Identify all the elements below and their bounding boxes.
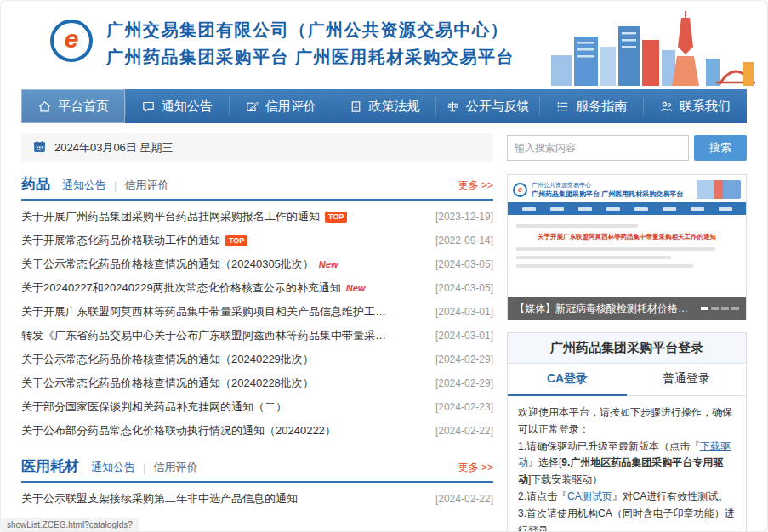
notice-link[interactable]: 关于公示联盟支架接续采购第二年非中选产品信息的通知 bbox=[21, 491, 298, 507]
carousel-slide-site-preview: e 广州公共资源交易中心 广州药品集团采购平台 广州医用耗材采购交易平台 关于开… bbox=[508, 175, 746, 268]
preview-logo-icon: e bbox=[513, 183, 527, 197]
carousel-dot[interactable] bbox=[721, 307, 729, 310]
tab-separator: | bbox=[143, 461, 145, 474]
preview-org: 广州公共资源交易中心 bbox=[532, 181, 683, 190]
search-input[interactable] bbox=[507, 135, 689, 161]
carousel-dot[interactable] bbox=[711, 307, 719, 310]
preview-placeholder-line bbox=[516, 264, 693, 268]
notice-row: 关于开展广州药品集团采购平台药品挂网采购报名工作的通知 TOP [2023-12… bbox=[21, 205, 493, 229]
notice-date: [2024-02-22] bbox=[427, 493, 493, 505]
login-panel: 广州药品集团采购平台登录 CA登录 普通登录 欢迎使用本平台，请按如下步骤进行操… bbox=[507, 332, 747, 532]
notice-date: [2024-03-05] bbox=[427, 258, 493, 270]
notice-link[interactable]: 关于开展广州药品集团采购平台药品挂网采购报名工作的通知 bbox=[21, 209, 320, 224]
notice-date: [2024-02-22] bbox=[427, 425, 493, 437]
nav-item-notices[interactable]: 通知公告 bbox=[125, 89, 229, 123]
notice-row: 转发《广东省药品交易中心关于公布广东联盟阿兹西林等药品集中带量采购相关中选结果的… bbox=[21, 324, 493, 348]
date-text: 2024年03月06日 星期三 bbox=[54, 140, 173, 156]
site-logo-icon: e bbox=[50, 20, 93, 62]
notice-row: 关于公布部分药品常态化价格联动执行情况的通知（20240222） [2024-0… bbox=[21, 419, 493, 443]
tab-drug-credit[interactable]: 信用评价 bbox=[124, 178, 168, 193]
notice-date: [2024-02-23] bbox=[427, 401, 493, 413]
step-text: ]下载安装驱动） bbox=[528, 473, 602, 485]
nav-item-label: 平台首页 bbox=[58, 99, 109, 115]
ca-test-page-link[interactable]: CA测试页 bbox=[567, 490, 612, 502]
tab-drug-notices[interactable]: 通知公告 bbox=[62, 178, 106, 193]
step-text: 2.请点击『 bbox=[518, 490, 567, 502]
nav-item-policies[interactable]: 政策法规 bbox=[333, 89, 436, 123]
search-button[interactable]: 搜索 bbox=[694, 135, 747, 161]
carousel-caption-bar: 【媒体】新冠病毒核酸检测耗材价格下调了！ bbox=[508, 297, 746, 320]
city-skyline-illustration bbox=[551, 9, 755, 89]
preview-placeholder-line bbox=[516, 256, 671, 259]
step-text: 』选择[ bbox=[528, 456, 561, 468]
notice-row: 关于开展常态化药品价格联动工作的通知 TOP [2022-09-14] bbox=[21, 229, 493, 252]
nav-item-credit[interactable]: 信用评价 bbox=[229, 89, 333, 123]
notice-date: [2024-03-01] bbox=[427, 330, 493, 342]
notice-row: 关于公示常态化药品价格核查情况的通知（20240229批次） [2024-02-… bbox=[21, 348, 493, 371]
preview-placeholder-line bbox=[516, 247, 715, 251]
consumables-section: 医用耗材 通知公告 | 信用评价 更多 >> 关于公示联盟支架接续采购第二年非中… bbox=[21, 456, 493, 511]
drug-notice-list: 关于开展广州药品集团采购平台药品挂网采购报名工作的通知 TOP [2023-12… bbox=[21, 201, 493, 443]
consumables-section-header: 医用耗材 通知公告 | 信用评价 更多 >> bbox=[21, 456, 493, 483]
left-column: 药品 通知公告 | 信用评价 更多 >> 关于开展广州药品集团采购平台药品挂网采… bbox=[21, 174, 493, 532]
login-panel-title: 广州药品集团采购平台登录 bbox=[508, 333, 746, 364]
drug-sub-tabs: 通知公告 | 信用评价 bbox=[62, 178, 168, 194]
nav-item-feedback[interactable]: 公开与反馈 bbox=[435, 89, 539, 123]
tab-normal-login[interactable]: 普通登录 bbox=[627, 364, 746, 395]
notice-row: 关于20240227和20240229两批次常态化价格核查公示的补充通知 New… bbox=[21, 276, 493, 300]
notice-date: [2023-12-19] bbox=[427, 211, 493, 223]
tab-consumables-credit[interactable]: 信用评价 bbox=[153, 460, 197, 475]
carousel-dot[interactable] bbox=[731, 307, 739, 310]
notice-link[interactable]: 关于公示常态化药品价格核查情况的通知（20240229批次） bbox=[21, 352, 314, 367]
notice-date: [2024-02-29] bbox=[427, 377, 493, 389]
preview-headline: 关于开展广东联盟阿莫西林等药品集中带量采购相关工作的通知 bbox=[528, 233, 725, 242]
nav-item-contact[interactable]: 联系我们 bbox=[643, 89, 747, 123]
notice-badge: New bbox=[346, 283, 366, 293]
site-header: e 广州交易集团有限公司（广州公共资源交易中心） 广州药品集团采购平台 广州医用… bbox=[1, 1, 767, 89]
tab-ca-login[interactable]: CA登录 bbox=[508, 364, 627, 396]
step-text: 』对CA进行有效性测试。 bbox=[612, 490, 729, 502]
notice-link[interactable]: 关于公示常态化药品价格核查情况的通知（20240305批次） bbox=[21, 257, 314, 272]
notice-badge: New bbox=[319, 259, 338, 269]
nav-item-label: 通知公告 bbox=[162, 99, 213, 115]
preview-body: 关于开展广东联盟阿莫西林等药品集中带量采购相关工作的通知 bbox=[508, 215, 746, 268]
notice-row: 关于部分国家医保谈判相关药品补充挂网的通知（二） [2024-02-23] bbox=[21, 395, 493, 419]
nav-item-home[interactable]: 平台首页 bbox=[21, 89, 125, 123]
preview-platform: 广州药品集团采购平台 广州医用耗材采购交易平台 bbox=[532, 190, 683, 199]
notice-link[interactable]: 转发《广东省药品交易中心关于公布广东联盟阿兹西林等药品集中带量采购相关中选结果的… bbox=[21, 328, 387, 343]
scales-icon bbox=[446, 99, 460, 114]
main-content: 药品 通知公告 | 信用评价 更多 >> 关于开展广州药品集团采购平台药品挂网采… bbox=[21, 174, 747, 532]
notice-link[interactable]: 关于公示常态化药品价格核查情况的通知（20240228批次） bbox=[21, 376, 314, 391]
notice-link[interactable]: 关于20240227和20240229两批次常态化价格核查公示的补充通知 bbox=[21, 280, 341, 296]
nav-item-label: 政策法规 bbox=[369, 99, 420, 115]
nav-item-label: 公开与反馈 bbox=[466, 99, 530, 115]
list-icon bbox=[555, 99, 570, 114]
document-icon bbox=[349, 99, 363, 114]
nav-item-label: 服务指南 bbox=[576, 99, 627, 115]
carousel-dot[interactable] bbox=[701, 307, 708, 310]
login-instructions: 欢迎使用本平台，请按如下步骤进行操作，确保可以正常登录： 1.请确保驱动已升级至… bbox=[508, 396, 746, 532]
tab-consumables-notices[interactable]: 通知公告 bbox=[91, 460, 135, 475]
login-step-2: 2.请点击『CA测试页』对CA进行有效性测试。 bbox=[518, 489, 736, 506]
search-bar: 搜索 bbox=[507, 135, 747, 161]
site-title-line1: 广州交易集团有限公司（广州公共资源交易中心） bbox=[106, 16, 515, 43]
consumables-more-link[interactable]: 更多 >> bbox=[458, 461, 493, 476]
notice-link[interactable]: 关于公布部分药品常态化价格联动执行情况的通知（20240222） bbox=[21, 423, 336, 439]
notice-link[interactable]: 关于开展广东联盟阿莫西林等药品集中带量采购项目相关产品信息维护工作的通知 bbox=[21, 304, 387, 320]
page: e 广州交易集团有限公司（广州公共资源交易中心） 广州药品集团采购平台 广州医用… bbox=[0, 0, 768, 532]
notice-date: [2024-03-05] bbox=[427, 282, 493, 294]
drug-section: 药品 通知公告 | 信用评价 更多 >> 关于开展广州药品集团采购平台药品挂网采… bbox=[21, 174, 493, 443]
notice-link[interactable]: 关于部分国家医保谈判相关药品补充挂网的通知（二） bbox=[21, 399, 287, 415]
notice-date: [2024-02-29] bbox=[427, 354, 493, 365]
calendar-icon bbox=[32, 139, 47, 156]
drug-more-link[interactable]: 更多 >> bbox=[458, 178, 493, 194]
notice-link[interactable]: 关于开展常态化药品价格联动工作的通知 bbox=[21, 233, 220, 248]
edit-icon bbox=[245, 99, 259, 114]
current-date: 2024年03月06日 星期三 bbox=[21, 133, 493, 162]
notice-date: [2022-09-14] bbox=[427, 235, 493, 246]
news-carousel[interactable]: e 广州公共资源交易中心 广州药品集团采购平台 广州医用耗材采购交易平台 关于开… bbox=[507, 174, 747, 320]
login-step-3: 3.首次请使用机构CA（同时含电子印章功能）进行登录。 bbox=[518, 506, 736, 532]
drug-section-header: 药品 通知公告 | 信用评价 更多 >> bbox=[21, 174, 493, 201]
right-column: e 广州公共资源交易中心 广州药品集团采购平台 广州医用耗材采购交易平台 关于开… bbox=[507, 174, 747, 532]
nav-item-guide[interactable]: 服务指南 bbox=[539, 89, 643, 123]
